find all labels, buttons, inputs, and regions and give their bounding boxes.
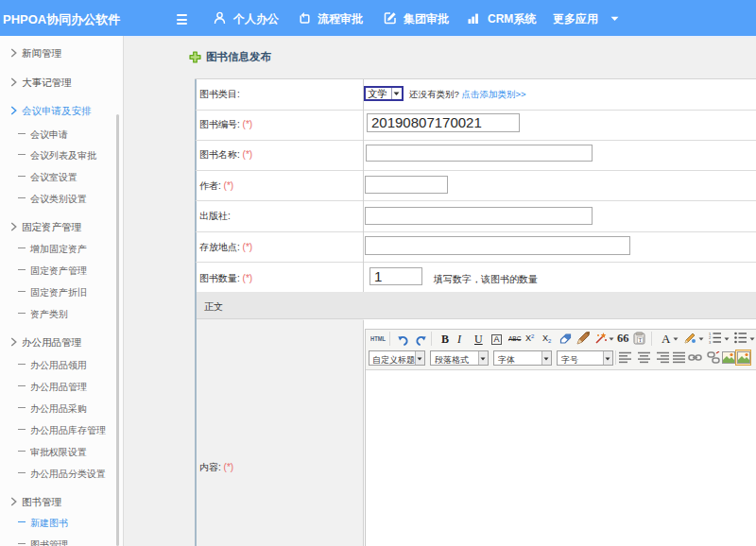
svg-text:3: 3	[709, 340, 712, 345]
